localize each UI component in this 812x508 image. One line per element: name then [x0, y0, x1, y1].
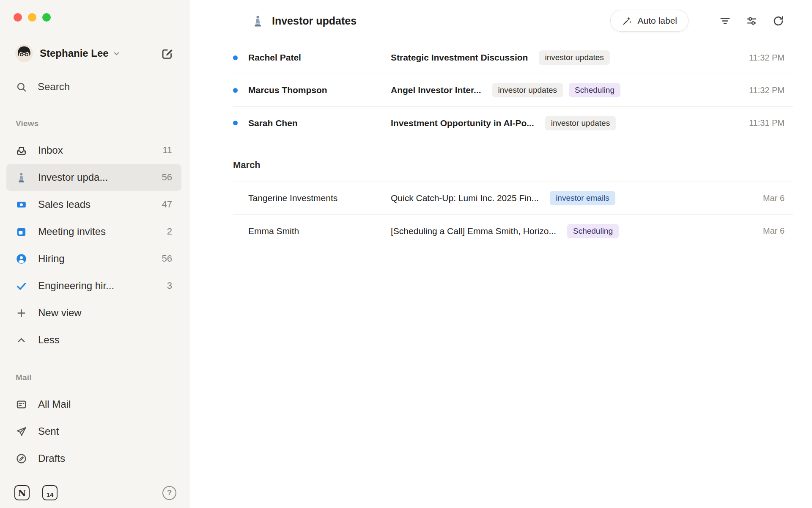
email-time: 11:31 PM	[739, 118, 785, 128]
inbox-icon	[16, 145, 27, 156]
checkmark-icon	[16, 280, 27, 292]
email-subject: Quick Catch-Up: Lumi Inc. 2025 Fin...	[391, 193, 539, 203]
sidebar-item-count: 47	[162, 199, 172, 210]
investor-statue-icon	[251, 14, 264, 28]
group-header-march: March	[233, 139, 793, 182]
sidebar-item-count: 3	[167, 280, 172, 291]
views-list: Inbox 11 Investor upda... 56	[0, 137, 189, 353]
page-title: Investor updates	[272, 15, 357, 27]
sidebar-item-engineering-hiring[interactable]: Engineering hir... 3	[6, 272, 181, 299]
email-row[interactable]: Tangerine Investments Quick Catch-Up: Lu…	[233, 182, 793, 215]
sidebar-item-label: Sent	[38, 425, 59, 437]
compose-icon[interactable]	[161, 47, 174, 60]
label-chip[interactable]: investor updates	[492, 83, 563, 97]
refresh-icon[interactable]	[772, 15, 785, 27]
email-time: 11:32 PM	[739, 53, 785, 63]
chevron-down-icon	[112, 50, 121, 58]
label-chip[interactable]: investor updates	[539, 50, 609, 65]
filter-icon[interactable]	[719, 15, 731, 27]
email-subject: Investment Opportunity in AI-Po...	[391, 118, 534, 128]
notion-icon[interactable]: N	[14, 485, 30, 500]
sidebar-item-label: Sales leads	[38, 199, 91, 210]
sidebar-item-label: All Mail	[38, 398, 71, 410]
label-chip[interactable]: Scheduling	[567, 224, 619, 238]
user-avatar	[15, 44, 33, 62]
window-controls	[0, 0, 189, 22]
email-row[interactable]: Rachel Patel Strategic Investment Discus…	[233, 41, 793, 74]
notion-calendar-icon[interactable]: 14	[42, 485, 58, 500]
email-sender: Sarah Chen	[248, 118, 391, 128]
sidebar-footer: N 14 ?	[0, 485, 189, 500]
display-settings-icon[interactable]	[746, 15, 758, 27]
less-button[interactable]: Less	[6, 326, 181, 353]
label-chip[interactable]: Scheduling	[569, 83, 620, 97]
email-sender: Rachel Patel	[248, 52, 391, 63]
email-tags: investor emails	[550, 191, 615, 205]
email-subject: [Scheduling a Call] Emma Smith, Horizo..…	[391, 226, 556, 236]
main-content: Investor updates Auto label	[189, 0, 812, 508]
sidebar-item-count: 2	[167, 226, 172, 237]
user-name: Stephanie Lee	[40, 47, 109, 59]
search-button[interactable]: Search	[0, 81, 189, 93]
search-icon	[16, 81, 27, 93]
email-sender: Marcus Thompson	[248, 85, 391, 95]
unread-dot	[233, 121, 248, 125]
zoom-window-button[interactable]	[42, 13, 51, 22]
account-switcher[interactable]: Stephanie Lee	[0, 44, 189, 62]
email-row[interactable]: Sarah Chen Investment Opportunity in AI-…	[233, 107, 793, 139]
email-group: Tangerine Investments Quick Catch-Up: Lu…	[233, 182, 793, 247]
unread-dot	[233, 55, 248, 60]
email-time: Mar 6	[753, 226, 785, 236]
views-section-label: Views	[0, 119, 189, 128]
sidebar-item-label: New view	[38, 307, 82, 319]
label-chip[interactable]: investor emails	[550, 191, 615, 205]
all-mail-icon	[16, 399, 27, 410]
email-list: Rachel Patel Strategic Investment Discus…	[233, 41, 793, 247]
email-time: 11:32 PM	[739, 86, 785, 95]
sidebar-item-count: 56	[162, 253, 172, 264]
search-label: Search	[38, 81, 70, 93]
email-tags: investor updates Scheduling	[492, 83, 620, 97]
email-sender: Tangerine Investments	[248, 193, 391, 203]
sidebar-item-meeting-invites[interactable]: Meeting invites 2	[6, 218, 181, 245]
auto-label-button[interactable]: Auto label	[610, 10, 689, 32]
sidebar-item-drafts[interactable]: Drafts	[6, 445, 181, 472]
email-sender: Emma Smith	[248, 226, 391, 236]
sidebar-item-label: Engineering hir...	[38, 280, 114, 292]
view-header: Investor updates Auto label	[189, 0, 812, 41]
email-tags: investor updates	[545, 116, 616, 130]
calendar-icon	[16, 226, 27, 237]
email-subject: Angel Investor Inter...	[391, 85, 481, 95]
sidebar-item-count: 56	[162, 172, 172, 183]
drafts-icon	[16, 453, 27, 464]
sidebar-item-sent[interactable]: Sent	[6, 418, 181, 445]
email-subject: Strategic Investment Discussion	[391, 52, 528, 63]
sidebar-item-hiring[interactable]: Hiring 56	[6, 245, 181, 272]
sidebar-item-label: Drafts	[38, 453, 65, 464]
mail-section-label: Mail	[0, 373, 189, 382]
email-tags: investor updates	[539, 50, 609, 65]
close-window-button[interactable]	[14, 13, 22, 22]
sidebar-item-label: Less	[38, 334, 60, 346]
sidebar-item-label: Meeting invites	[38, 226, 106, 237]
label-chip[interactable]: investor updates	[545, 116, 616, 130]
sidebar-item-investor-updates[interactable]: Investor upda... 56	[6, 164, 181, 191]
investor-statue-icon	[16, 172, 27, 183]
email-row[interactable]: Marcus Thompson Angel Investor Inter... …	[233, 74, 793, 107]
sidebar-item-sales-leads[interactable]: Sales leads 47	[6, 191, 181, 218]
unread-dot	[233, 88, 248, 93]
banknote-icon	[16, 199, 27, 210]
app-window: Stephanie Lee Search Views	[0, 0, 812, 508]
plus-icon	[16, 307, 27, 319]
minimize-window-button[interactable]	[28, 13, 36, 22]
help-icon[interactable]: ?	[162, 486, 176, 500]
sidebar-item-label: Investor upda...	[38, 171, 108, 183]
email-row[interactable]: Emma Smith [Scheduling a Call] Emma Smit…	[233, 215, 793, 247]
sidebar-item-inbox[interactable]: Inbox 11	[6, 137, 181, 164]
new-view-button[interactable]: New view	[6, 299, 181, 326]
sidebar: Stephanie Lee Search Views	[0, 0, 189, 508]
mail-list: All Mail Sent Drafts	[0, 391, 189, 472]
sidebar-item-all-mail[interactable]: All Mail	[6, 391, 181, 418]
person-circle-icon	[16, 253, 27, 265]
auto-label-button-label: Auto label	[638, 16, 677, 26]
